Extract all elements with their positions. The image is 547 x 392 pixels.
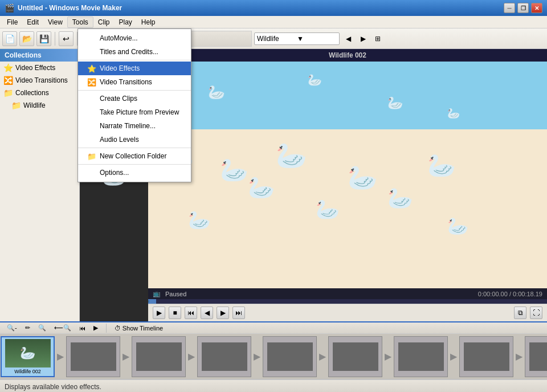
bird-1: 🦢 bbox=[208, 84, 225, 100]
collection-dropdown[interactable]: Wildlife ▼ bbox=[254, 32, 340, 45]
tools-menu: AutoMovie... Titles and Credits... ⭐ Vid… bbox=[77, 28, 191, 182]
sidebar-item-video-effects[interactable]: ⭐ Video Effects bbox=[0, 62, 79, 74]
menu-tools[interactable]: Tools bbox=[67, 17, 93, 28]
sidebar-item-wildlife[interactable]: 📁 Wildlife bbox=[0, 99, 79, 112]
status-message: Displays available video effects. bbox=[5, 383, 101, 391]
menu-new-collection[interactable]: 📁 New Collection Folder bbox=[78, 149, 191, 163]
restore-button[interactable]: ❐ bbox=[517, 3, 529, 13]
bird-ground-7: 🦢 bbox=[427, 152, 456, 179]
close-button[interactable]: ✕ bbox=[531, 3, 542, 13]
preview-title: Wildlife 002 bbox=[148, 49, 547, 62]
next-frame-button[interactable]: ▶ bbox=[217, 307, 229, 319]
scrubber-handle[interactable] bbox=[148, 299, 156, 304]
story-thumb-7 bbox=[464, 342, 509, 371]
story-thumb-5 bbox=[333, 342, 378, 371]
bird-4: 🦢 bbox=[447, 107, 460, 120]
back-nav-button[interactable]: ◀ bbox=[342, 32, 354, 45]
titles-label: Titles and Credits... bbox=[100, 48, 158, 56]
zoom-out-button[interactable]: 🔍- bbox=[5, 324, 19, 332]
story-cell-7[interactable] bbox=[459, 336, 513, 377]
menu-audio-levels[interactable]: Audio Levels bbox=[78, 133, 191, 146]
story-cell-5[interactable] bbox=[328, 336, 382, 377]
menu-options[interactable]: Options... bbox=[78, 166, 191, 179]
play-button[interactable]: ▶ bbox=[153, 307, 165, 319]
preview-video[interactable]: 🦢 🦢 🦢 🦢 🦢 🦢 🦢 🦢 🦢 🦢 🦢 🦢 🦢 bbox=[148, 62, 547, 288]
minimize-button[interactable]: ─ bbox=[504, 3, 515, 13]
titlebar-controls: ─ ❐ ✕ bbox=[504, 3, 542, 13]
menu-create-clips[interactable]: Create Clips bbox=[78, 92, 191, 105]
menu-titles-credits[interactable]: Titles and Credits... bbox=[78, 45, 191, 59]
sidebar-item-video-transitions[interactable]: 🔀 Video Transitions bbox=[0, 74, 79, 87]
stop-button[interactable]: ■ bbox=[169, 307, 181, 319]
menu-sep-4 bbox=[78, 164, 191, 165]
wildlife-folder-icon: 📁 bbox=[11, 101, 21, 110]
video-transitions-menu-icon: 🔀 bbox=[87, 77, 96, 87]
collections-folder-icon: 📁 bbox=[3, 88, 13, 97]
play-storyboard-button[interactable]: ▶ bbox=[91, 324, 100, 332]
draw-button[interactable]: ✏ bbox=[23, 324, 32, 332]
menu-automovie[interactable]: AutoMovie... bbox=[78, 31, 191, 45]
video-effects-menu-label: Video Effects bbox=[100, 64, 140, 72]
search-back-button[interactable]: ⟵🔍 bbox=[52, 324, 74, 332]
bird-ground-6: 🦢 bbox=[387, 186, 413, 210]
menu-take-picture[interactable]: Take Picture from Preview bbox=[78, 105, 191, 119]
menu-clip[interactable]: Clip bbox=[93, 17, 115, 27]
new-collection-icon: 📁 bbox=[87, 152, 96, 161]
fullscreen-button[interactable]: ⛶ bbox=[530, 307, 542, 319]
story-arrow-1: ▶ bbox=[121, 336, 131, 377]
end-button[interactable]: ⏭ bbox=[232, 307, 245, 319]
bird-2: 🦢 bbox=[308, 73, 322, 87]
menubar: File Edit View Tools Clip Play Help bbox=[0, 16, 547, 28]
save-button[interactable]: 💾 bbox=[36, 31, 51, 46]
story-arrow-5: ▶ bbox=[383, 336, 393, 377]
collections-header: Collections bbox=[0, 49, 79, 62]
take-picture-label: Take Picture from Preview bbox=[100, 108, 179, 116]
dropdown-arrow-icon: ▼ bbox=[297, 35, 337, 43]
sb-separator bbox=[106, 324, 107, 333]
bird-ground-9: 🦢 bbox=[188, 209, 211, 231]
bird-ground-10: 🦢 bbox=[447, 216, 468, 236]
menu-file[interactable]: File bbox=[2, 17, 22, 27]
scrubber-bar[interactable] bbox=[148, 299, 547, 304]
timeline-icon: ⏱ bbox=[115, 325, 121, 332]
grid-view-button[interactable]: ⊞ bbox=[372, 32, 384, 45]
menu-view[interactable]: View bbox=[43, 17, 67, 27]
menu-video-effects[interactable]: ⭐ Video Effects bbox=[78, 62, 191, 75]
story-thumb-2 bbox=[136, 342, 182, 371]
story-cell-1[interactable] bbox=[66, 336, 120, 377]
undo-button[interactable]: ↩ bbox=[59, 31, 74, 46]
story-cell-3[interactable] bbox=[197, 336, 251, 377]
story-cell-4[interactable] bbox=[263, 336, 317, 377]
left-panel: Collections ⭐ Video Effects 🔀 Video Tran… bbox=[0, 49, 80, 321]
audio-levels-label: Audio Levels bbox=[100, 136, 139, 144]
forward-nav-button[interactable]: ▶ bbox=[357, 32, 369, 45]
new-button[interactable]: 📄 bbox=[2, 31, 17, 46]
prev-clip-button[interactable]: ⏮ bbox=[77, 324, 88, 332]
video-effects-icon: ⭐ bbox=[3, 63, 13, 72]
menu-play[interactable]: Play bbox=[115, 17, 137, 27]
story-arrow-3: ▶ bbox=[252, 336, 262, 377]
show-timeline-label: Show Timeline bbox=[123, 325, 164, 332]
narrate-icon bbox=[87, 121, 96, 130]
story-thumb-6 bbox=[398, 342, 444, 371]
story-arrow-2: ▶ bbox=[186, 336, 197, 377]
options-icon bbox=[87, 168, 96, 177]
story-cell-6[interactable] bbox=[394, 336, 448, 377]
story-cell-8[interactable] bbox=[525, 336, 547, 377]
back-frame-button[interactable]: ◀ bbox=[201, 307, 213, 319]
story-cell-2[interactable] bbox=[132, 336, 186, 377]
search-button[interactable]: 🔍 bbox=[36, 324, 48, 332]
menu-edit[interactable]: Edit bbox=[22, 17, 43, 27]
menu-narrate-timeline[interactable]: Narrate Timeline... bbox=[78, 119, 191, 133]
prev-frame-button[interactable]: ⏮ bbox=[185, 307, 197, 319]
menu-help[interactable]: Help bbox=[137, 17, 160, 27]
show-timeline-button[interactable]: ⏱ Show Timeline bbox=[112, 324, 166, 332]
new-collection-label: New Collection Folder bbox=[100, 152, 166, 160]
bird-3: 🦢 bbox=[387, 96, 403, 111]
sidebar-item-collections[interactable]: 📁 Collections bbox=[0, 87, 79, 99]
titlebar: 🎬 Untitled - Windows Movie Maker ─ ❐ ✕ bbox=[0, 0, 547, 16]
menu-video-transitions[interactable]: 🔀 Video Transitions bbox=[78, 75, 191, 89]
open-button[interactable]: 📂 bbox=[19, 31, 34, 46]
story-cell-0[interactable]: 🦢 Wildlife 002 bbox=[1, 336, 55, 377]
split-button[interactable]: ⧉ bbox=[514, 307, 526, 319]
